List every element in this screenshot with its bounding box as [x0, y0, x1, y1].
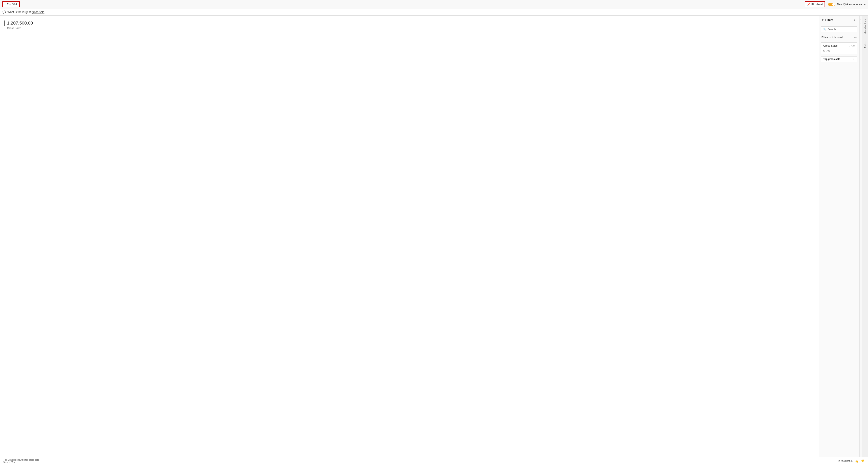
- new-qna-toggle-switch[interactable]: [828, 3, 835, 6]
- visual-area: 1,207,500.00 Gross Sales: [0, 16, 819, 457]
- thumbs-up-button[interactable]: 👍: [855, 459, 859, 463]
- useful-section: Is this useful? 👍 👎: [838, 459, 865, 463]
- filters-on-visual-label: Filters on this visual: [822, 36, 843, 39]
- right-panels: ▿ Filters ❯ 🔍 Filters on this visual ⋯ G…: [819, 16, 868, 457]
- underlined-text: gross sale: [32, 10, 44, 14]
- bottom-line2: Source: Test: [3, 461, 39, 463]
- useful-label: Is this useful?: [838, 460, 853, 462]
- filters-panel: ▿ Filters ❯ 🔍 Filters on this visual ⋯ G…: [819, 16, 859, 457]
- question-icon: 💬: [2, 10, 6, 14]
- bottom-bar: This visual is showing top gross sale So…: [0, 457, 868, 465]
- collapse-right-button[interactable]: ›: [861, 22, 861, 25]
- exit-qna-button[interactable]: ‹ Exit Q&A: [2, 1, 20, 7]
- bottom-line1: This visual is showing top gross sale: [3, 459, 39, 461]
- filters-title-label: Filters: [825, 18, 833, 22]
- header-right: 📌 Pin visual New Q&A experience on: [805, 1, 866, 7]
- result-value: 1,207,500.00: [4, 21, 815, 26]
- bottom-source: This visual is showing top gross sale So…: [3, 459, 39, 463]
- filter-expand-button[interactable]: ⌄: [848, 44, 850, 47]
- chip-label: Top gross sale: [823, 58, 840, 61]
- filter-item-header: Gross Sales ⌄ ⌫: [821, 43, 857, 49]
- filter-item-value: is (All): [821, 49, 857, 54]
- question-text[interactable]: What is the largest gross sale: [7, 10, 866, 14]
- new-qna-toggle-group: New Q&A experience on: [828, 3, 866, 6]
- collapser-arrows: ‹ ›: [860, 16, 862, 27]
- thumbs-down-button[interactable]: 👎: [861, 459, 865, 463]
- chip-close-button[interactable]: ✕: [852, 58, 855, 61]
- result-label: Gross Sales: [4, 27, 815, 30]
- exit-qna-label: Exit Q&A: [7, 3, 18, 6]
- collapse-left-button[interactable]: ‹: [861, 18, 861, 21]
- filter-item-actions: ⌄ ⌫: [848, 44, 855, 47]
- chevron-left-icon: ‹: [5, 3, 6, 6]
- pin-icon: 📌: [807, 3, 810, 6]
- question-bar: 💬 What is the largest gross sale: [0, 9, 868, 16]
- search-input[interactable]: [828, 28, 855, 31]
- pin-visual-label: Pin visual: [811, 3, 823, 6]
- filters-title: ▿ Filters: [822, 18, 833, 22]
- filters-header: ▿ Filters ❯: [819, 16, 859, 24]
- filter-item-gross-sales: Gross Sales ⌄ ⌫ is (All): [821, 42, 857, 54]
- top-header: ‹ Exit Q&A 📌 Pin visual New Q&A experien…: [0, 0, 868, 9]
- filter-field-label: Gross Sales: [823, 44, 838, 47]
- pin-visual-button[interactable]: 📌 Pin visual: [805, 1, 825, 7]
- search-icon: 🔍: [823, 28, 826, 31]
- tab-fields[interactable]: Fields: [863, 40, 867, 49]
- more-options-icon[interactable]: ⋯: [854, 36, 857, 39]
- tab-visualizations[interactable]: Visualizations: [863, 18, 867, 36]
- active-filter-chip: Top gross sale ✕: [821, 56, 857, 62]
- header-left: ‹ Exit Q&A: [2, 1, 20, 7]
- new-qna-label: New Q&A experience on: [837, 3, 866, 6]
- main-content: 1,207,500.00 Gross Sales ▿ Filters ❯ 🔍: [0, 16, 868, 457]
- filter-icon: ▿: [822, 18, 823, 22]
- filter-clear-button[interactable]: ⌫: [851, 44, 855, 47]
- side-panel-collapser: ‹ ›: [859, 16, 862, 457]
- filters-collapse-button[interactable]: ❯: [852, 18, 856, 22]
- filters-search-box[interactable]: 🔍: [821, 26, 857, 32]
- side-tabs: Visualizations Fields: [862, 16, 868, 457]
- filters-on-visual: Filters on this visual ⋯: [819, 34, 859, 41]
